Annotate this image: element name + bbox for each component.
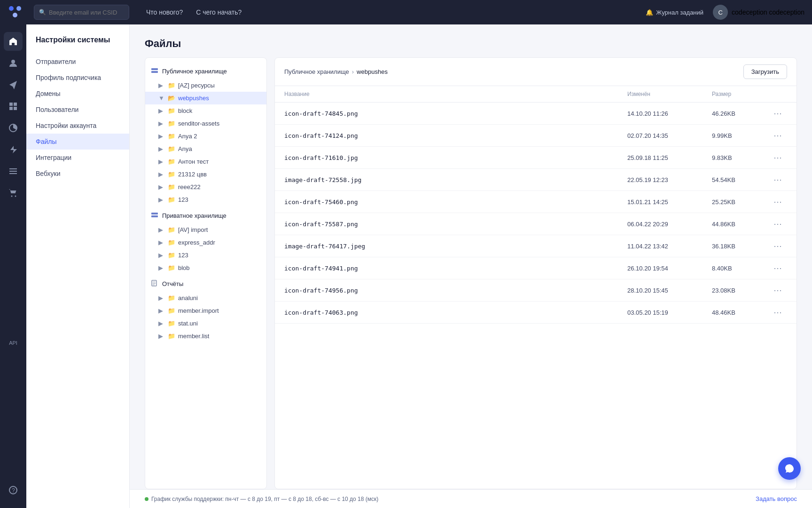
main-layout: API ? Настройки системы Отправители Проф… [0, 24, 812, 508]
upload-button[interactable]: Загрузить [743, 64, 787, 79]
svg-rect-19 [151, 215, 158, 217]
nav-account-settings[interactable]: Настройки аккаунта [26, 118, 129, 134]
file-date: 14.10.20 11:26 [627, 110, 712, 117]
svg-point-0 [9, 6, 14, 11]
sidebar-icon-contacts[interactable] [4, 54, 23, 72]
nav-senders[interactable]: Отправители [26, 54, 129, 70]
sidebar-icon-grid[interactable] [4, 97, 23, 116]
tree-folder-express-addr[interactable]: ▶ 📁 express_addr [145, 236, 266, 249]
ask-question-link[interactable]: Задать вопрос [756, 495, 797, 502]
footer-status-text: График службы поддержки: пн-чт — с 8 до … [151, 496, 378, 502]
tree-folder-analuni[interactable]: ▶ 📁 analuni [145, 292, 266, 304]
nav-webhooks[interactable]: Вебхуки [26, 166, 129, 182]
tree-folder-stat-uni[interactable]: ▶ 📁 stat.uni [145, 317, 266, 330]
table-row[interactable]: icon-draft-74941.png 26.10.20 19:54 8.40… [275, 257, 796, 279]
svg-rect-17 [151, 71, 158, 73]
file-menu-button[interactable]: ⋯ [768, 197, 787, 207]
breadcrumb-separator: › [352, 68, 354, 75]
sidebar-icon-home[interactable] [4, 32, 23, 51]
svg-rect-23 [153, 285, 155, 285]
tree-folder-reee222[interactable]: ▶ 📁 reee222 [145, 181, 266, 193]
chevron-icon: ▶ [158, 307, 165, 314]
tree-folder-blob[interactable]: ▶ 📁 blob [145, 262, 266, 274]
tree-folder-az-resursy[interactable]: ▶ 📁 [AZ] ресурсы [145, 79, 266, 92]
status-dot [145, 497, 148, 501]
api-label: API [9, 336, 17, 348]
file-size: 36.18KB [712, 243, 768, 250]
user-menu[interactable]: C codeception codeception [713, 5, 804, 20]
tree-folder-av-import[interactable]: ▶ 📁 [AV] import [145, 223, 266, 236]
file-menu-button[interactable]: ⋯ [768, 152, 787, 163]
footer-status: График службы поддержки: пн-чт — с 8 до … [145, 496, 378, 502]
sidebar-icon-list[interactable] [4, 162, 23, 181]
file-name: icon-draft-74845.png [284, 110, 627, 117]
file-size: 48.46KB [712, 309, 768, 316]
breadcrumb: Публичное хранилище › webpushes [284, 68, 740, 75]
tree-folder-21312[interactable]: ▶ 📁 21312 цвв [145, 168, 266, 181]
table-row[interactable]: icon-draft-71610.jpg 25.09.18 11:25 9.83… [275, 147, 796, 169]
search-box[interactable]: 🔍 [34, 5, 129, 20]
sidebar-icon-cart[interactable] [4, 183, 23, 202]
file-menu-button[interactable]: ⋯ [768, 285, 787, 295]
col-actions [768, 91, 787, 97]
svg-rect-7 [14, 107, 17, 110]
reports-header[interactable]: Отчёты [145, 276, 266, 292]
file-menu-button[interactable]: ⋯ [768, 219, 787, 229]
folder-icon: 📁 [168, 82, 175, 89]
table-row[interactable]: icon-draft-74063.png 03.05.20 15:19 48.4… [275, 302, 796, 324]
file-size: 54.54KB [712, 176, 768, 183]
user-info: codeception codeception [732, 8, 804, 16]
sidebar-icon-lightning[interactable] [4, 140, 23, 159]
public-storage-header[interactable]: Публичное хранилище [145, 64, 266, 79]
breadcrumb-root[interactable]: Публичное хранилище [284, 68, 349, 75]
file-name: image-draft-76417.jpeg [284, 243, 627, 250]
sidebar-icon-help[interactable]: ? [4, 481, 23, 500]
tree-folder-block[interactable]: ▶ 📁 block [145, 104, 266, 117]
file-menu-button[interactable]: ⋯ [768, 307, 787, 318]
table-row[interactable]: icon-draft-74956.png 28.10.20 15:45 23.0… [275, 279, 796, 302]
table-row[interactable]: icon-draft-74124.png 02.07.20 14:35 9.99… [275, 125, 796, 147]
tree-folder-senditor[interactable]: ▶ 📁 senditor-assets [145, 117, 266, 130]
nav-integrations[interactable]: Интеграции [26, 150, 129, 166]
table-row[interactable]: icon-draft-74845.png 14.10.20 11:26 46.2… [275, 103, 796, 125]
file-size: 9.99KB [712, 132, 768, 139]
table-row[interactable]: image-draft-72558.jpg 22.05.19 12:23 54.… [275, 169, 796, 191]
file-menu-button[interactable]: ⋯ [768, 241, 787, 251]
tree-folder-anton[interactable]: ▶ 📁 Антон тест [145, 155, 266, 168]
table-row[interactable]: icon-draft-75460.png 15.01.21 14:25 25.2… [275, 191, 796, 213]
file-menu-button[interactable]: ⋯ [768, 175, 787, 185]
chevron-icon: ▶ [158, 320, 165, 327]
nav-whats-new[interactable]: Что нового? [141, 6, 188, 19]
tree-folder-webpushes[interactable]: ▼ 📂 webpushes [145, 92, 266, 104]
tree-folder-123-public[interactable]: ▶ 📁 123 [145, 193, 266, 206]
file-size: 25.25KB [712, 198, 768, 206]
file-menu-button[interactable]: ⋯ [768, 130, 787, 141]
table-row[interactable]: icon-draft-75587.png 06.04.22 20:29 44.8… [275, 213, 796, 235]
search-input[interactable] [49, 9, 124, 16]
tree-folder-anya2[interactable]: ▶ 📁 Anya 2 [145, 130, 266, 143]
file-menu-button[interactable]: ⋯ [768, 263, 787, 273]
journal-button[interactable]: 🔔 Журнал заданий [646, 9, 703, 16]
svg-rect-6 [9, 107, 13, 110]
sidebar-icon-send[interactable] [4, 75, 23, 94]
nav-domains[interactable]: Домены [26, 86, 129, 102]
chevron-icon: ▶ [158, 82, 165, 89]
nav-getting-started[interactable]: С чего начать? [190, 6, 247, 19]
table-row[interactable]: image-draft-76417.jpeg 11.04.22 13:42 36… [275, 235, 796, 257]
tree-folder-123-private[interactable]: ▶ 📁 123 [145, 249, 266, 262]
tree-folder-anya[interactable]: ▶ 📁 Anya [145, 143, 266, 155]
col-size: Размер [712, 91, 768, 97]
chat-button[interactable] [778, 457, 801, 480]
file-date: 15.01.21 14:25 [627, 198, 712, 206]
file-menu-button[interactable]: ⋯ [768, 108, 787, 119]
sidebar-icon-chart[interactable] [4, 119, 23, 137]
tree-folder-member-list[interactable]: ▶ 📁 member.list [145, 330, 266, 342]
tree-folder-member-import[interactable]: ▶ 📁 member.import [145, 304, 266, 317]
file-name: icon-draft-71610.jpg [284, 154, 627, 161]
nav-subscriber-profile[interactable]: Профиль подписчика [26, 70, 129, 86]
logo[interactable] [8, 5, 23, 20]
nav-files[interactable]: Файлы [26, 134, 129, 150]
nav-users[interactable]: Пользователи [26, 102, 129, 118]
col-name: Название [284, 91, 627, 97]
private-storage-header[interactable]: Приватное хранилище [145, 208, 266, 223]
